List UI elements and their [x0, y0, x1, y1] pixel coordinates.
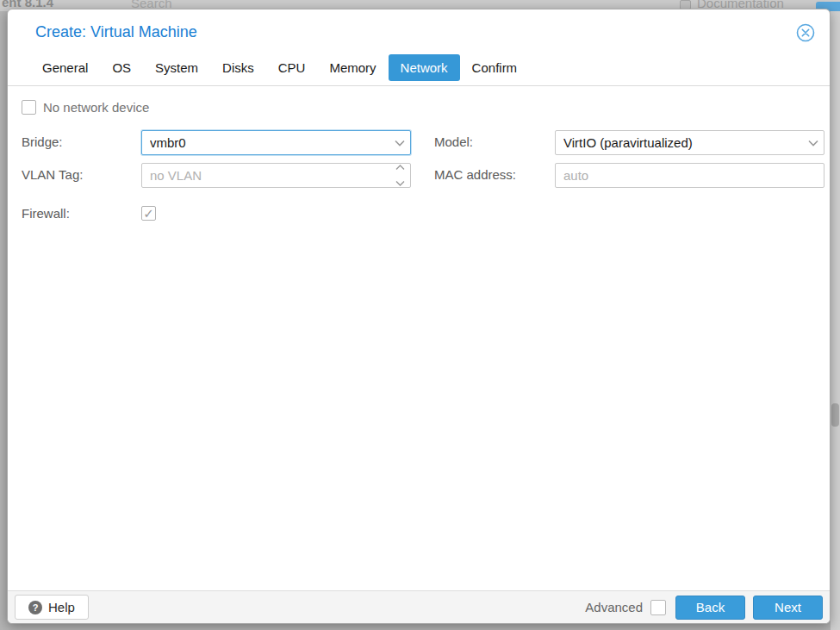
no-network-device-row: No network device	[22, 100, 149, 115]
tab-system[interactable]: System	[143, 54, 210, 81]
firewall-checkbox[interactable]	[141, 206, 156, 221]
vlan-tag-label: VLAN Tag:	[22, 163, 83, 187]
tab-os[interactable]: OS	[100, 54, 143, 81]
wizard-tabbar: General OS System Disks CPU Memory Netwo…	[8, 50, 830, 86]
chevron-down-icon[interactable]	[395, 130, 405, 155]
tab-general[interactable]: General	[30, 54, 100, 81]
bridge-label: Bridge:	[22, 130, 63, 154]
advanced-label: Advanced	[585, 600, 643, 614]
mac-address-label: MAC address:	[434, 163, 516, 187]
create-vm-dialog: Create: Virtual Machine General OS Syste…	[7, 9, 831, 624]
advanced-checkbox[interactable]	[650, 600, 666, 615]
mac-address-input[interactable]	[555, 163, 824, 188]
close-icon[interactable]	[795, 22, 816, 43]
tab-disks[interactable]: Disks	[210, 54, 266, 81]
vlan-tag-input[interactable]	[141, 163, 411, 188]
vlan-tag-spinner	[141, 163, 411, 188]
chevron-down-icon[interactable]	[808, 130, 818, 155]
next-button[interactable]: Next	[753, 596, 823, 620]
help-button-label: Help	[48, 600, 75, 614]
model-combo	[555, 130, 824, 155]
spinner-up-down-icon[interactable]	[395, 165, 405, 186]
help-button[interactable]: ? Help	[15, 595, 89, 620]
background-right-edge	[831, 11, 840, 630]
tab-network[interactable]: Network	[389, 54, 460, 81]
firewall-label: Firewall:	[22, 206, 141, 221]
model-label: Model:	[434, 130, 473, 154]
background-scrollbar-thumb[interactable]	[831, 403, 839, 427]
dialog-footer: ? Help Advanced Back Next	[8, 590, 830, 623]
tab-confirm[interactable]: Confirm	[460, 54, 530, 81]
bridge-input[interactable]	[141, 130, 411, 155]
question-mark-icon: ?	[28, 601, 42, 614]
firewall-row: Firewall:	[22, 206, 156, 221]
back-button[interactable]: Back	[675, 596, 745, 620]
model-input[interactable]	[555, 130, 824, 155]
dialog-title: Create: Virtual Machine	[35, 23, 197, 41]
mac-address-field	[555, 163, 824, 188]
no-network-device-label: No network device	[43, 100, 149, 115]
bridge-combo	[141, 130, 411, 155]
no-network-device-checkbox[interactable]	[22, 100, 36, 115]
tab-cpu[interactable]: CPU	[266, 54, 318, 81]
tab-memory[interactable]: Memory	[317, 54, 388, 81]
